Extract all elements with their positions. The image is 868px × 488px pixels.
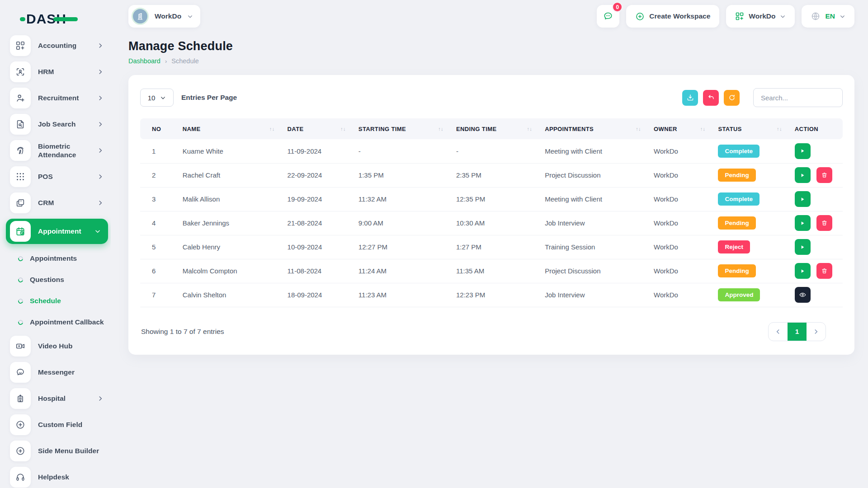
cell-name: Rachel Craft <box>176 163 281 187</box>
play-button[interactable] <box>795 239 811 255</box>
sort-icon[interactable]: ↑↓ <box>772 126 782 131</box>
column-header-name: NAME↑↓ <box>176 118 281 139</box>
sidebar-item-appointment[interactable]: Appointment <box>6 219 108 244</box>
table-row: 2 Rachel Craft 22-09-2024 1:35 PM 2:35 P… <box>140 163 843 187</box>
chevron-right-icon <box>97 395 104 402</box>
sidebar-item-biometric-attendance[interactable]: Biometric Attendance <box>0 140 111 161</box>
delete-button[interactable] <box>816 215 832 231</box>
cell-owner: WorkDo <box>647 211 712 235</box>
refresh-button[interactable] <box>724 90 740 106</box>
export-button[interactable] <box>682 90 698 106</box>
search-input[interactable] <box>753 88 843 107</box>
cell-starting-time: 9:00 AM <box>352 211 450 235</box>
previous-page-button[interactable] <box>769 323 788 341</box>
submenu-item-schedule[interactable]: Schedule <box>18 294 111 308</box>
file-search-icon <box>10 114 31 135</box>
status-badge: Complete <box>718 192 760 206</box>
play-button[interactable] <box>795 215 811 231</box>
entries-per-page-select[interactable]: 10 <box>140 89 174 107</box>
sidebar: DASH Accounting HRM <box>0 0 111 488</box>
delete-button[interactable] <box>816 167 832 183</box>
sidebar-item-helpdesk[interactable]: Helpdesk <box>0 467 111 488</box>
play-button[interactable] <box>795 263 811 279</box>
sort-icon[interactable]: ↑↓ <box>696 126 706 131</box>
cell-owner: WorkDo <box>647 259 712 283</box>
cell-date: 11-08-2024 <box>281 259 352 283</box>
circle-plus-icon <box>10 441 31 461</box>
next-page-button[interactable] <box>807 323 826 341</box>
submenu-item-appointments[interactable]: Appointments <box>18 251 111 266</box>
sidebar-item-job-search[interactable]: Job Search <box>0 114 111 135</box>
cell-date: 18-09-2024 <box>281 283 352 307</box>
sort-icon[interactable]: ↑↓ <box>631 126 641 131</box>
page-number-button[interactable]: 1 <box>788 323 807 341</box>
sidebar-item-video-hub[interactable]: Video Hub <box>0 336 111 357</box>
reset-button[interactable] <box>703 90 719 106</box>
cell-starting-time: 11:24 AM <box>352 259 450 283</box>
calendar-clock-icon <box>10 221 31 242</box>
dots-grid-icon <box>10 166 31 187</box>
sort-icon[interactable]: ↑↓ <box>522 126 532 131</box>
cell-starting-time: 12:27 PM <box>352 235 450 259</box>
sidebar-item-messenger[interactable]: Messenger <box>0 362 111 383</box>
play-button[interactable] <box>795 167 811 183</box>
sidebar-item-crm[interactable]: CRM <box>0 192 111 213</box>
bullet-icon <box>17 297 24 304</box>
app-logo[interactable]: DASH <box>0 0 111 32</box>
sidebar-item-side-menu-builder[interactable]: Side Menu Builder <box>0 441 111 461</box>
sidebar-item-hospital[interactable]: Hospital <box>0 388 111 409</box>
cell-ending-time: 1:27 PM <box>450 235 538 259</box>
sort-icon[interactable]: ↑↓ <box>336 126 346 131</box>
column-header-owner: OWNER↑↓ <box>647 118 712 139</box>
status-badge: Pending <box>718 216 755 230</box>
workspace-switcher[interactable]: WorkDo <box>128 5 200 28</box>
bullet-icon <box>17 319 24 325</box>
cell-no: 5 <box>140 235 176 259</box>
sort-icon[interactable]: ↑↓ <box>265 126 275 131</box>
sidebar-item-custom-field[interactable]: Custom Field <box>0 414 111 435</box>
sidebar-item-pos[interactable]: POS <box>0 166 111 187</box>
delete-button[interactable] <box>816 263 832 279</box>
table-row: 6 Malcolm Compton 11-08-2024 11:24 AM 11… <box>140 259 843 283</box>
circle-plus-icon <box>10 414 31 435</box>
messages-button[interactable]: 0 <box>597 5 619 28</box>
cell-name: Caleb Henry <box>176 235 281 259</box>
sidebar-item-recruitment[interactable]: Recruitment <box>0 88 111 108</box>
view-button[interactable] <box>795 287 811 303</box>
sort-icon[interactable]: ↑↓ <box>434 126 443 131</box>
globe-icon <box>811 11 821 21</box>
cell-date: 22-09-2024 <box>281 163 352 187</box>
cell-date: 19-09-2024 <box>281 187 352 211</box>
play-button[interactable] <box>795 191 811 207</box>
sidebar-item-hrm[interactable]: HRM <box>0 61 111 82</box>
cell-ending-time: - <box>450 139 538 163</box>
schedule-card: 10 Entries Per Page <box>128 75 854 355</box>
entries-per-page-label: Entries Per Page <box>181 94 237 102</box>
cell-no: 7 <box>140 283 176 307</box>
grid-plus-icon <box>10 35 31 56</box>
cell-appointment: Meeting with Client <box>538 139 647 163</box>
language-selector[interactable]: EN <box>802 5 854 28</box>
status-badge: Approved <box>718 288 760 301</box>
hospital-icon <box>10 388 31 409</box>
cell-starting-time: 1:35 PM <box>352 163 450 187</box>
cell-appointment: Training Session <box>538 235 647 259</box>
chevron-right-icon <box>813 328 819 335</box>
trash-icon <box>821 267 828 274</box>
play-button[interactable] <box>795 143 811 159</box>
submenu-item-questions[interactable]: Questions <box>18 272 111 287</box>
cell-appointment: Project Discussion <box>538 163 647 187</box>
breadcrumb-dashboard-link[interactable]: Dashboard <box>128 57 160 65</box>
trash-icon <box>821 220 828 226</box>
submenu-item-appointment-callback[interactable]: Appointment Callback <box>18 315 111 329</box>
sidebar-item-accounting[interactable]: Accounting <box>0 35 111 56</box>
chat-bubble-icon <box>10 362 31 383</box>
chevron-down-icon <box>780 14 786 19</box>
chevron-right-icon <box>97 95 104 101</box>
workspace-menu-button[interactable]: WorkDo <box>726 5 795 28</box>
table-toolbar: 10 Entries Per Page <box>140 88 843 107</box>
cell-no: 3 <box>140 187 176 211</box>
create-workspace-button[interactable]: Create Workspace <box>626 5 719 28</box>
cell-ending-time: 2:35 PM <box>450 163 538 187</box>
table-row: 1 Kuame White 11-09-2024 - - Meeting wit… <box>140 139 843 163</box>
